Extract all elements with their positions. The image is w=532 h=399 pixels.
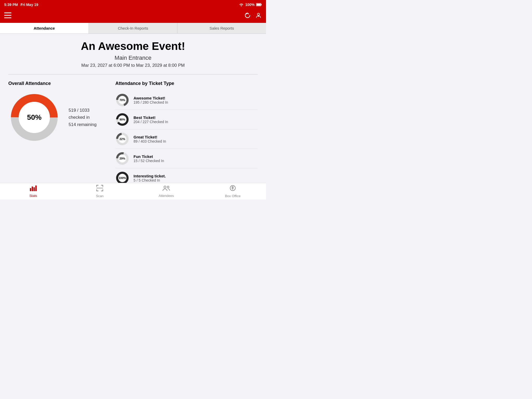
svg-rect-4 [4,15,11,16]
tab-attendance[interactable]: Attendance [0,23,89,34]
ticket-info-2: Great Ticket! 89 / 403 Checked In [134,135,166,143]
refresh-icon[interactable] [244,12,251,20]
attendance-text: 519 / 1033 checked in 514 remaining [69,107,107,128]
donut-wrapper: 50% 519 / 1033 checked in 514 remaining [8,91,107,143]
tab-checkin-reports[interactable]: Check-In Reports [89,23,178,34]
svg-rect-35 [34,187,35,191]
battery-icon [256,3,262,6]
mini-donut-label-1: 90% [119,118,125,121]
ticket-row: 100% Interesting ticket. 5 / 5 Checked I… [115,168,258,183]
mini-donut-2: 22% [115,132,129,146]
header-bar [0,9,266,23]
svg-rect-1 [261,4,262,5]
bottom-tab-attendees[interactable]: Attendees [133,183,200,200]
box-office-label: Box Office [225,194,241,198]
status-left: 5:39 PM Fri May 19 [4,3,38,7]
attendees-icon [162,185,170,193]
status-time: 5:39 PM [4,3,18,7]
bottom-bar: Stats Scan Attendees Box O [0,183,266,200]
stats-label: Stats [29,194,37,198]
mini-donut-1: 90% [115,112,129,127]
mini-donut-3: 29% [115,151,129,165]
event-subtitle: Main Entrance [8,55,258,61]
ticket-info-0: Awesome Ticket! 195 / 280 Checked In [134,96,168,104]
ticket-row: 70% Awesome Ticket! 195 / 280 Checked In [115,90,258,110]
attendees-label: Attendees [159,194,174,198]
status-bar: 5:39 PM Fri May 19 100% [0,0,266,9]
svg-point-6 [257,13,260,15]
ticket-type-title: Attendance by Ticket Type [115,81,258,86]
stats-section: Overall Attendance 50% 519 / 1033 checke… [8,81,258,183]
mini-donut-0: 70% [115,93,129,107]
svg-rect-3 [4,12,11,13]
svg-rect-34 [32,187,33,191]
header-actions [244,12,262,20]
wifi-icon [239,3,244,6]
menu-icon[interactable] [4,12,11,20]
ticket-count-4: 5 / 5 Checked In [134,178,166,182]
status-right: 100% [239,3,262,7]
remaining-count: 514 remaining [69,121,107,128]
ticket-row: 29% Fun Ticket 15 / 52 Checked In [115,149,258,168]
checked-in-count: 519 / 1033 checked in [69,107,107,121]
stats-icon [30,185,37,193]
ticket-count-0: 195 / 280 Checked In [134,100,168,104]
main-content: An Awesome Event! Main Entrance Mar 23, … [0,34,266,183]
bottom-tab-scan[interactable]: Scan [66,183,133,200]
overall-donut: 50% [8,91,60,143]
bottom-tab-stats[interactable]: Stats [0,183,66,200]
ticket-info-3: Fun Ticket 15 / 52 Checked In [134,154,164,163]
ticket-count-2: 89 / 403 Checked In [134,139,166,143]
tabs: Attendance Check-In Reports Sales Report… [0,23,266,34]
tab-sales-reports[interactable]: Sales Reports [177,23,266,34]
ticket-row: 22% Great Ticket! 89 / 403 Checked In [115,129,258,149]
ticket-name-1: Best Ticket! [134,115,168,120]
ticket-name-3: Fun Ticket [134,154,164,159]
svg-rect-36 [35,185,37,191]
ticket-list: 70% Awesome Ticket! 195 / 280 Checked In… [115,90,258,183]
ticket-name-0: Awesome Ticket! [134,96,168,100]
scan-icon [96,185,103,193]
svg-point-38 [164,186,166,188]
ticket-count-1: 204 / 227 Checked In [134,120,168,124]
mini-donut-label-0: 70% [119,98,125,102]
svg-rect-5 [4,17,11,18]
scan-label: Scan [96,194,104,198]
ticket-info-1: Best Ticket! 204 / 227 Checked In [134,115,168,124]
bottom-tab-box-office[interactable]: Box Office [200,183,266,200]
ticket-name-2: Great Ticket! [134,135,166,139]
mini-donut-label-3: 29% [119,157,125,160]
event-dates: Mar 23, 2027 at 6:00 PM to Mar 23, 2029 … [8,63,258,68]
svg-rect-33 [30,188,31,191]
svg-rect-2 [257,4,261,6]
overall-attendance-panel: Overall Attendance 50% 519 / 1033 checke… [8,81,107,183]
person-icon[interactable] [255,12,262,20]
box-office-icon [230,185,236,193]
mini-donut-label-4: 100% [119,176,126,179]
ticket-type-panel: Attendance by Ticket Type 70% Awesome Ti… [115,81,258,183]
ticket-row: 90% Best Ticket! 204 / 227 Checked In [115,110,258,129]
battery-percent: 100% [245,3,255,7]
status-date: Fri May 19 [21,3,38,7]
mini-donut-4: 100% [115,171,129,183]
overall-section-title: Overall Attendance [8,81,107,86]
event-title: An Awesome Event! [8,40,258,52]
mini-donut-label-2: 22% [119,137,125,141]
ticket-info-4: Interesting ticket. 5 / 5 Checked In [134,174,166,182]
svg-point-39 [167,186,169,188]
ticket-count-3: 15 / 52 Checked In [134,159,164,163]
overall-donut-label: 50% [27,113,42,122]
ticket-name-4: Interesting ticket. [134,174,166,178]
section-divider [8,74,258,75]
